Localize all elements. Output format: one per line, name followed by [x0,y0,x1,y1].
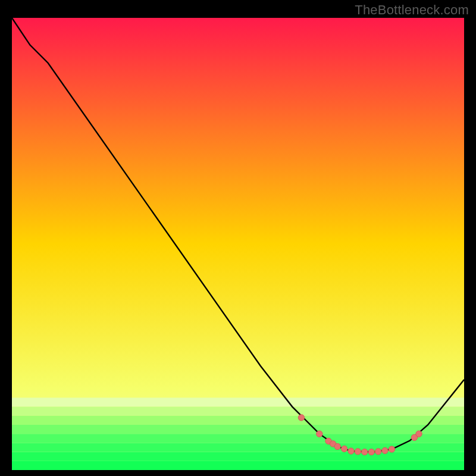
green-band [12,452,464,461]
green-bands [12,397,464,470]
chart-frame: TheBottleneck.com [0,0,476,476]
data-marker [416,431,422,437]
data-marker [382,447,388,453]
data-marker [368,449,374,455]
green-band [12,425,464,434]
green-band [12,407,464,416]
green-band [12,416,464,425]
data-marker [362,449,368,455]
data-marker [348,448,354,454]
plot-area [12,18,464,470]
data-marker [355,449,361,455]
data-marker [389,446,394,452]
data-marker [298,415,304,421]
green-band [12,434,464,443]
data-marker [317,431,322,437]
chart-svg [12,18,464,470]
watermark-label: TheBottleneck.com [355,2,469,18]
data-marker [341,446,347,452]
green-band [12,461,464,470]
green-band [12,397,464,406]
data-marker [334,443,340,449]
data-marker [375,449,381,455]
